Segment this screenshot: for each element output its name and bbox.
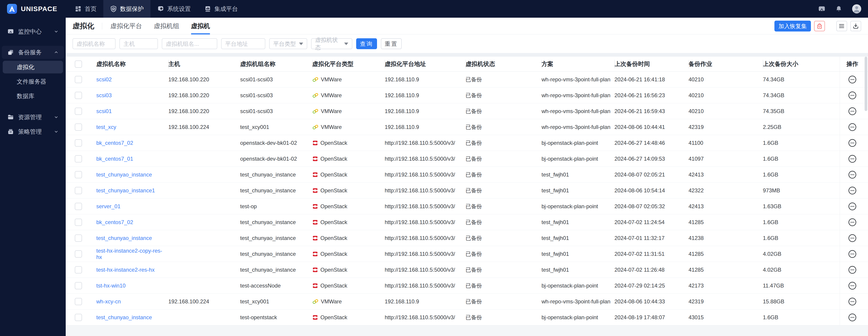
more-actions-button[interactable] <box>848 249 857 258</box>
row-checkbox[interactable] <box>75 108 82 115</box>
row-checkbox[interactable] <box>75 314 82 321</box>
reset-button[interactable]: 重置 <box>381 38 402 49</box>
vertical-scrollbar-thumb[interactable] <box>865 57 867 111</box>
vm-status-cell: 已备份 <box>466 278 541 294</box>
more-actions-button[interactable] <box>848 91 857 100</box>
vm-name-link[interactable]: scsi03 <box>96 92 112 98</box>
row-checkbox[interactable] <box>75 187 82 194</box>
vm-group-cell: test-accessNode <box>240 278 312 294</box>
sidebar-item-backup-services[interactable]: 备份服务 <box>2 46 64 59</box>
table-row: test_chunyao_instance1test_chunyao_insta… <box>66 183 868 198</box>
row-checkbox[interactable] <box>75 298 82 305</box>
platform-type-label: OpenStack <box>320 219 347 225</box>
vm-name-link[interactable]: bk_centos7_02 <box>96 140 133 146</box>
row-checkbox[interactable] <box>75 139 82 147</box>
vm-name-cell: bk_centos7_02 <box>96 214 168 230</box>
table-row: wh-xcy-cn192.168.100.224test_xcy001 VMWa… <box>66 294 868 309</box>
row-checkbox[interactable] <box>75 92 82 99</box>
vm-name-link[interactable]: test_chunyao_instance1 <box>96 187 155 194</box>
row-checkbox[interactable] <box>75 76 82 83</box>
vm-name-link[interactable]: scsi01 <box>96 108 112 115</box>
column-settings-button[interactable] <box>836 21 847 31</box>
platform-type-select[interactable]: 平台类型 <box>269 38 307 49</box>
user-avatar[interactable] <box>852 4 861 13</box>
row-checkbox[interactable] <box>75 235 82 242</box>
tab-virtual-machine[interactable]: 虚拟机 <box>191 18 210 34</box>
vm-group-filter-input[interactable] <box>162 38 217 49</box>
tab-vm-group[interactable]: 虚拟机组 <box>154 18 179 34</box>
select-all-checkbox[interactable] <box>75 61 82 68</box>
notification-bell-icon[interactable] <box>835 5 842 12</box>
more-actions-button[interactable] <box>848 234 857 243</box>
join-recovery-set-button[interactable]: 加入恢复集 <box>774 21 811 31</box>
sidebar-subitem-file-server[interactable]: 文件服务器 <box>3 75 63 88</box>
sidebar-item-resource-management[interactable]: 资源管理 <box>2 111 64 124</box>
more-actions-button[interactable] <box>848 186 857 195</box>
vm-status-cell: 已备份 <box>466 309 541 325</box>
vm-name-link[interactable]: bk_centos7_01 <box>96 156 133 162</box>
backup-job-cell: 40210 <box>688 103 763 119</box>
operation-cell <box>840 214 868 230</box>
vm-name-link[interactable]: server_01 <box>96 203 121 210</box>
more-actions-button[interactable] <box>848 218 857 227</box>
vm-name-link[interactable]: test_chunyao_instance <box>96 314 152 320</box>
more-actions-button[interactable] <box>848 265 857 274</box>
row-checkbox[interactable] <box>75 171 82 178</box>
shopping-bag-icon <box>816 23 823 29</box>
nav-item-data-protection[interactable]: 数据保护 <box>103 0 150 18</box>
vm-name-link[interactable]: test-hx-instance2-copy-res-hx <box>96 248 165 260</box>
vm-name-link[interactable]: bk_centos7_02 <box>96 219 133 225</box>
row-checkbox[interactable] <box>75 266 82 273</box>
more-actions-button[interactable] <box>848 107 857 116</box>
export-button[interactable] <box>850 21 861 31</box>
screen-cast-icon[interactable] <box>818 5 826 12</box>
more-actions-button[interactable] <box>848 281 857 290</box>
row-checkbox[interactable] <box>75 219 82 226</box>
backup-job-cell: 41238 <box>688 230 763 246</box>
row-checkbox[interactable] <box>75 282 82 289</box>
more-actions-button[interactable] <box>848 75 857 84</box>
more-actions-button[interactable] <box>848 123 857 132</box>
more-actions-button[interactable] <box>848 139 857 148</box>
more-actions-button[interactable] <box>848 202 857 211</box>
more-actions-button[interactable] <box>848 297 857 306</box>
more-actions-button[interactable] <box>848 170 857 179</box>
plan-cell: bj-openstack-plan-point <box>541 309 615 325</box>
vm-name-link[interactable]: test_chunyao_instance <box>96 235 152 241</box>
openstack-icon <box>312 204 318 209</box>
more-actions-button[interactable] <box>848 154 857 163</box>
recovery-basket-button[interactable] <box>814 21 825 31</box>
vm-name-link[interactable]: tst-hx-win10 <box>96 282 126 289</box>
sidebar-item-policy-management[interactable]: 策略管理 <box>2 125 64 138</box>
row-checkbox-cell <box>66 88 96 103</box>
platform-address-filter-input[interactable] <box>221 38 265 49</box>
row-checkbox[interactable] <box>75 123 82 131</box>
sidebar-item-monitor-center[interactable]: 监控中心 <box>2 25 64 38</box>
search-button[interactable]: 查询 <box>356 38 377 49</box>
vm-name-link[interactable]: test_xcy <box>96 124 116 130</box>
vm-name-link[interactable]: test-hx-instance2-res-hx <box>96 267 155 273</box>
nav-item-system-settings[interactable]: 系统设置 <box>150 0 197 18</box>
header-checkbox-cell <box>66 57 96 71</box>
backup-job-cell: 41285 <box>688 262 763 278</box>
row-checkbox[interactable] <box>75 203 82 210</box>
vm-group-cell: test_xcy001 <box>240 119 312 135</box>
sidebar-subitem-virtualization[interactable]: 虚拟化 <box>3 61 63 73</box>
caret-down-icon <box>344 42 348 45</box>
backup-job-cell: 41285 <box>688 214 763 230</box>
nav-item-integration-platform[interactable]: 集成平台 <box>197 0 245 18</box>
platform-type-label: OpenStack <box>320 267 347 273</box>
vm-name-link[interactable]: test_chunyao_instance <box>96 172 152 178</box>
vm-name-filter-input[interactable] <box>72 38 116 49</box>
nav-item-home[interactable]: 首页 <box>68 0 103 18</box>
sidebar-subitem-database[interactable]: 数据库 <box>3 90 63 102</box>
vm-name-link[interactable]: wh-xcy-cn <box>96 298 121 305</box>
more-actions-button[interactable] <box>848 313 857 322</box>
row-checkbox[interactable] <box>75 155 82 162</box>
table-row: tst-hx-win10test-accessNode OpenStackhtt… <box>66 278 868 294</box>
row-checkbox[interactable] <box>75 250 82 257</box>
vm-status-select[interactable]: 虚拟机状态 <box>311 38 352 49</box>
vm-name-link[interactable]: scsi02 <box>96 77 112 83</box>
host-filter-input[interactable] <box>119 38 158 49</box>
tab-virtualization-platform[interactable]: 虚拟化平台 <box>110 18 142 34</box>
